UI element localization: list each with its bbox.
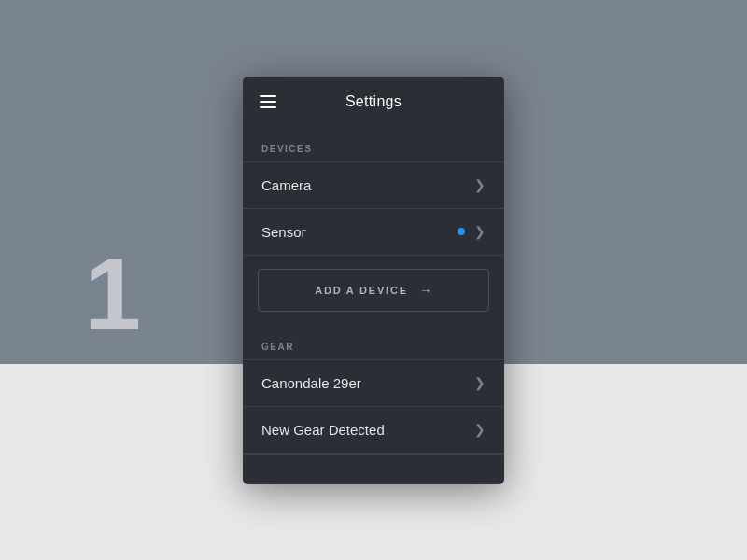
sensor-label: Sensor — [261, 224, 306, 240]
page-title: Settings — [345, 93, 402, 110]
sensor-notification-dot — [458, 228, 465, 235]
sensor-chevron-icon: ❯ — [474, 225, 486, 238]
list-item-camera[interactable]: Camera ❯ — [243, 162, 504, 209]
camera-chevron-icon: ❯ — [474, 178, 486, 191]
list-item-new-gear[interactable]: New Gear Detected ❯ — [243, 407, 504, 454]
add-device-arrow-icon: → — [419, 283, 432, 298]
canondale-chevron-icon: ❯ — [474, 376, 486, 389]
gear-section-label: Gear — [243, 325, 504, 359]
watermark-number: 1 — [84, 243, 136, 345]
settings-panel: Settings Devices Camera ❯ Sensor ❯ ADD A… — [243, 77, 504, 484]
camera-label: Camera — [261, 177, 311, 193]
list-item-canondale[interactable]: Canondale 29er ❯ — [243, 360, 504, 407]
add-device-button[interactable]: ADD A DEVICE → — [258, 269, 489, 312]
list-item-canondale-left: Canondale 29er — [261, 375, 361, 391]
list-item-sensor[interactable]: Sensor ❯ — [243, 209, 504, 256]
header: Settings — [243, 77, 504, 127]
list-item-camera-left: Camera — [261, 177, 311, 193]
devices-section-label: Devices — [243, 127, 504, 161]
hamburger-menu-icon[interactable] — [260, 95, 276, 108]
list-item-new-gear-left: New Gear Detected — [261, 422, 385, 438]
new-gear-chevron-icon: ❯ — [474, 423, 486, 436]
new-gear-label: New Gear Detected — [261, 422, 385, 438]
list-item-sensor-left: Sensor — [261, 224, 306, 240]
canondale-label: Canondale 29er — [261, 375, 361, 391]
list-item-partial — [243, 454, 504, 484]
add-device-label: ADD A DEVICE — [315, 285, 408, 296]
sensor-right: ❯ — [458, 225, 486, 238]
